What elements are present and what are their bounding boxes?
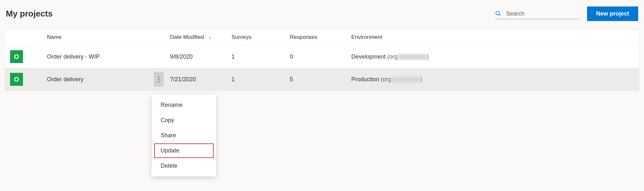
search-input[interactable]: [505, 10, 579, 17]
menu-item-copy[interactable]: Copy: [154, 113, 214, 128]
surveys-count: 1: [232, 53, 290, 60]
col-environment[interactable]: Environment: [351, 34, 639, 40]
col-date-modified[interactable]: Date Modified ↓: [170, 34, 232, 40]
project-name: Order delivery - WIP: [47, 53, 100, 60]
col-responses[interactable]: Responses: [290, 34, 351, 40]
more-vertical-icon: [158, 77, 159, 82]
project-badge: O: [10, 50, 23, 63]
menu-item-delete[interactable]: Delete: [154, 159, 214, 173]
svg-point-0: [496, 11, 500, 15]
projects-table: Name Date Modified ↓ Surveys Responses E…: [5, 29, 639, 91]
environment: Development (org): [351, 53, 639, 60]
menu-item-rename[interactable]: Rename: [154, 98, 214, 112]
col-date-modified-label: Date Modified: [170, 34, 204, 40]
menu-item-update[interactable]: Update: [154, 143, 214, 158]
date-modified: 9/8/2020: [170, 53, 232, 60]
page-title: My projects: [6, 9, 53, 19]
responses-count: 0: [290, 53, 351, 60]
table-row[interactable]: O Order delivery - WIP 9/8/2020 1 0 Deve…: [5, 45, 639, 68]
svg-line-1: [499, 15, 501, 16]
table-header: Name Date Modified ↓ Surveys Responses E…: [5, 29, 639, 45]
project-badge: O: [10, 73, 23, 86]
redacted-org: [391, 77, 420, 83]
surveys-count: 1: [232, 76, 290, 83]
col-name[interactable]: Name: [47, 34, 170, 40]
environment: Production (org): [351, 76, 639, 83]
menu-item-share[interactable]: Share: [154, 128, 214, 143]
search-box[interactable]: [495, 9, 579, 19]
redacted-org: [398, 54, 427, 60]
context-menu: Rename Copy Share Update Delete: [152, 95, 216, 176]
project-name: Order delivery: [47, 76, 84, 83]
date-modified: 7/21/2020: [170, 76, 232, 83]
search-icon: [495, 10, 502, 17]
new-project-button[interactable]: New project: [587, 6, 638, 21]
responses-count: 5: [290, 76, 351, 83]
table-row[interactable]: O Order delivery 7/21/2020 1 5 Productio…: [5, 68, 639, 91]
sort-down-icon: ↓: [209, 34, 211, 40]
more-actions-button[interactable]: [154, 72, 164, 87]
col-surveys[interactable]: Surveys: [232, 34, 290, 40]
